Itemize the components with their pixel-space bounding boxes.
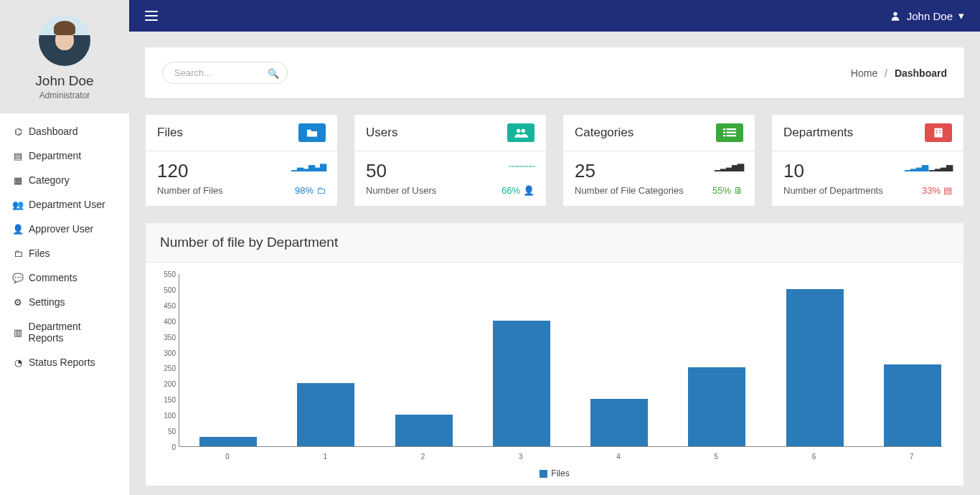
user-icon: 👤 — [523, 185, 534, 196]
profile-name: John Doe — [7, 73, 122, 89]
sidebar-item-department[interactable]: ▤Department — [0, 143, 129, 168]
sidebar-item-category[interactable]: ▦Category — [0, 168, 129, 192]
stat-card-files[interactable]: Files ▁▃▂▅▃▆ 120 Number of Files 98%🗀 — [145, 114, 338, 207]
stat-percent: 33%▤ — [922, 185, 952, 196]
svg-rect-8 — [727, 135, 737, 136]
building-icon — [925, 123, 952, 142]
y-tick: 500 — [154, 286, 176, 293]
chart-bar[interactable] — [297, 383, 354, 446]
sidebar-item-label: Comments — [29, 272, 77, 283]
y-tick: 0 — [154, 443, 176, 451]
sidebar-item-label: Files — [29, 248, 50, 259]
sparkline-icon: ╌╌╌╌╌╌ — [509, 161, 534, 171]
sidebar-item-label: Approver User — [29, 223, 93, 235]
users-icon — [507, 123, 534, 142]
sidebar-item-department-reports[interactable]: ▥Department Reports — [0, 314, 129, 350]
user-icon: 👤 — [13, 224, 23, 235]
user-icon — [890, 10, 901, 22]
building-icon: ▤ — [943, 185, 952, 196]
breadcrumb-current: Dashboard — [895, 67, 947, 79]
caret-down-icon: ▾ — [958, 9, 964, 22]
sidebar-item-settings[interactable]: ⚙Settings — [0, 290, 129, 314]
users-icon: 👥 — [13, 199, 23, 210]
x-tick: 0 — [225, 453, 230, 461]
sidebar-item-label: Status Reports — [29, 357, 95, 368]
stats-row: Files ▁▃▂▅▃▆ 120 Number of Files 98%🗀 Us… — [145, 114, 964, 207]
y-axis: 050100150200250300350400450500550 — [154, 274, 176, 447]
svg-rect-13 — [940, 132, 941, 133]
chart-bar[interactable] — [590, 399, 648, 446]
grid-icon: ▦ — [13, 175, 23, 186]
chart-bar[interactable] — [688, 367, 745, 446]
chart-bar[interactable] — [786, 289, 844, 446]
y-tick: 200 — [154, 380, 176, 388]
sidebar-item-label: Dashboard — [29, 126, 78, 137]
sparkline-icon: ▁▂▃▅ ▁▂▃▅ — [905, 161, 952, 171]
chart-bar[interactable] — [199, 437, 257, 446]
search-wrap: 🔍 — [162, 62, 288, 84]
sidebar-item-files[interactable]: 🗀Files — [0, 241, 129, 265]
svg-rect-7 — [723, 135, 725, 136]
svg-point-0 — [893, 12, 897, 16]
y-tick: 400 — [154, 317, 176, 325]
y-tick: 100 — [154, 412, 176, 420]
stat-percent: 66%👤 — [501, 185, 534, 196]
x-tick: 4 — [616, 453, 621, 461]
stat-title: Categories — [575, 126, 633, 140]
sidebar-item-label: Settings — [29, 296, 65, 308]
svg-rect-4 — [727, 128, 737, 130]
sparkline-icon: ▁▂▃▅▆ — [715, 161, 743, 171]
chart-plot — [179, 274, 942, 447]
x-tick: 1 — [324, 453, 328, 461]
profile-role: Administrator — [7, 90, 122, 100]
legend-swatch — [540, 470, 547, 478]
barchart-icon: ▥ — [13, 327, 23, 338]
chart-bar[interactable] — [395, 415, 453, 446]
sidebar-item-label: Category — [29, 174, 70, 186]
y-tick: 250 — [154, 364, 176, 372]
x-tick: 3 — [519, 453, 523, 461]
y-tick: 300 — [154, 349, 176, 357]
sidebar-item-status-reports[interactable]: ◔Status Reports — [0, 350, 129, 374]
sidebar-item-comments[interactable]: 💬Comments — [0, 265, 129, 290]
chart-bar[interactable] — [884, 364, 941, 446]
breadcrumb-home[interactable]: Home — [851, 67, 877, 79]
user-menu[interactable]: John Doe ▾ — [890, 9, 964, 22]
svg-rect-12 — [936, 132, 938, 133]
y-tick: 150 — [154, 396, 176, 404]
stat-card-departments[interactable]: Departments ▁▂▃▅ ▁▂▃▅ 10 Number of Depar… — [771, 114, 964, 207]
svg-rect-10 — [936, 130, 938, 131]
chart-card: Number of file by Department 05010015020… — [145, 222, 964, 486]
folder-icon: 🗀 — [316, 185, 326, 196]
chart-area: 050100150200250300350400450500550 012345… — [179, 274, 942, 464]
search-icon: 🔍 — [268, 67, 279, 78]
topbar-username: John Doe — [907, 10, 953, 22]
sidebar-item-label: Department — [29, 150, 81, 161]
dashboard-icon: ⌬ — [13, 126, 23, 137]
sidebar-item-department-user[interactable]: 👥Department User — [0, 192, 129, 217]
svg-rect-6 — [727, 132, 737, 133]
menu-toggle-button[interactable] — [145, 11, 158, 21]
x-tick: 5 — [715, 453, 719, 461]
file-icon: 🗎 — [734, 185, 743, 196]
sparkline-icon: ▁▃▂▅▃▆ — [291, 161, 326, 171]
building-icon: ▤ — [13, 151, 23, 161]
stat-card-categories[interactable]: Categories ▁▂▃▅▆ 25 Number of File Categ… — [562, 114, 755, 207]
chart-title: Number of file by Department — [146, 223, 963, 263]
avatar — [39, 14, 90, 66]
sidebar-item-dashboard[interactable]: ⌬Dashboard — [0, 119, 129, 143]
sidebar: John Doe Administrator ⌬Dashboard ▤Depar… — [0, 0, 129, 495]
x-tick: 6 — [812, 453, 816, 461]
stat-percent: 98%🗀 — [295, 185, 326, 196]
sidebar-item-approver-user[interactable]: 👤Approver User — [0, 217, 129, 241]
topbar: John Doe ▾ — [129, 0, 980, 32]
y-tick: 350 — [154, 333, 176, 341]
stat-card-users[interactable]: Users ╌╌╌╌╌╌ 50 Number of Users 66%👤 — [354, 114, 547, 207]
sidebar-item-label: Department User — [29, 199, 105, 210]
chart-bar[interactable] — [493, 321, 550, 446]
svg-point-2 — [522, 129, 525, 133]
chart-legend: Files — [153, 464, 956, 478]
legend-label: Files — [551, 468, 569, 478]
svg-rect-11 — [940, 130, 941, 131]
stat-title: Departments — [783, 126, 853, 140]
